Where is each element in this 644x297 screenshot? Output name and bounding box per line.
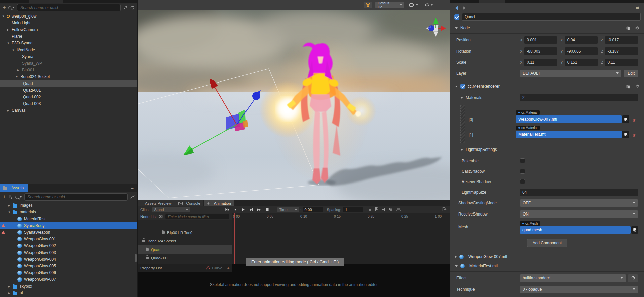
asset-item[interactable]: WeaponGlow-004	[0, 256, 137, 263]
node-name-input[interactable]: Quad	[462, 13, 641, 21]
skip-start-button[interactable]	[224, 207, 230, 212]
paste-component-icon[interactable]	[626, 26, 630, 30]
hierarchy-node[interactable]: Main Light	[0, 20, 137, 26]
scale-z-input[interactable]: 0.11	[605, 59, 638, 66]
animation-timeline[interactable]	[232, 220, 450, 264]
bottom-tab[interactable]: Console	[175, 200, 203, 206]
assets-scrollbar[interactable]	[135, 254, 137, 262]
expand-arrow-icon[interactable]: ▼	[2, 15, 7, 18]
node-settings-gear-icon[interactable]	[635, 26, 639, 30]
add-property-button[interactable]: +	[227, 265, 230, 271]
assets-collapse-icon[interactable]	[130, 195, 135, 199]
receive-shadow-checkbox[interactable]	[520, 179, 525, 184]
history-back-icon[interactable]	[455, 6, 458, 10]
node-filter-input[interactable]	[165, 214, 229, 219]
timeline-playhead[interactable]	[234, 213, 235, 264]
refresh-icon[interactable]	[130, 6, 135, 10]
play-button[interactable]	[240, 207, 247, 212]
effect-locate-icon[interactable]	[628, 274, 638, 282]
collapse-caret-icon[interactable]	[455, 265, 458, 267]
layer-dropdown[interactable]: DEFAULT	[520, 70, 621, 77]
asset-item[interactable]: ▼ materials	[0, 209, 137, 216]
skip-end-button[interactable]	[256, 207, 263, 212]
time-mode-dropdown[interactable]: Time	[277, 207, 299, 212]
material-ref-field[interactable]: MaterialTest.mtl	[516, 131, 622, 138]
position-y-input[interactable]: 0.04	[565, 36, 598, 44]
expand-arrow-icon[interactable]: ▶	[17, 69, 22, 72]
receive-shadow-mode-dropdown[interactable]: ON	[520, 210, 638, 218]
animation-node-row[interactable]: Bip001 R Toe0	[138, 228, 232, 237]
timeline-ruler[interactable]: 0-000-050-100-150-200-251-00	[232, 213, 450, 220]
asset-item[interactable]: MaterialTest	[0, 216, 137, 222]
collapse-caret-icon[interactable]	[455, 86, 458, 87]
hierarchy-node[interactable]: ▶ Bip001	[0, 67, 137, 73]
asset-item[interactable]: ▶ skybox	[0, 283, 137, 290]
spacing-value-field[interactable]: 1	[343, 207, 363, 212]
node-active-checkbox[interactable]	[454, 14, 459, 20]
exit-animation-icon[interactable]	[442, 207, 447, 212]
technique-dropdown[interactable]: 0 - opaque	[520, 286, 638, 293]
hierarchy-node[interactable]: Quad-001	[0, 87, 137, 94]
time-value-field[interactable]: 0-00	[303, 207, 323, 212]
cast-shadow-checkbox[interactable]	[520, 169, 525, 174]
material-ref-field[interactable]: WeaponGlow-007.mtl	[516, 116, 622, 123]
collapse-caret-icon[interactable]	[460, 149, 463, 151]
asset-item[interactable]: ▶ images	[0, 202, 137, 209]
collapse-caret-icon[interactable]	[455, 255, 457, 258]
copy-component-icon[interactable]	[626, 84, 630, 89]
expand-arrow-icon[interactable]: ▶	[7, 109, 12, 112]
hierarchy-node[interactable]: ▼ RootNode	[0, 46, 137, 53]
expand-arrow-icon[interactable]: ▶	[7, 28, 12, 31]
expand-arrow-icon[interactable]: ▼	[7, 42, 12, 45]
expand-arrow-icon[interactable]: ▶	[8, 204, 13, 207]
layer-edit-button[interactable]: Edit	[624, 70, 638, 77]
expand-arrow-icon[interactable]: ▼	[16, 75, 21, 78]
shadow-casting-mode-dropdown[interactable]: OFF	[520, 199, 638, 207]
stop-button[interactable]	[264, 207, 271, 212]
history-forward-icon[interactable]	[463, 6, 466, 10]
delete-material-icon[interactable]	[632, 133, 636, 138]
material-picker-icon[interactable]	[622, 131, 629, 138]
material-picker-icon[interactable]	[622, 116, 629, 123]
step-back-button[interactable]	[232, 207, 238, 212]
hierarchy-node[interactable]: ▼ weapon_glow	[0, 13, 137, 20]
asset-item[interactable]: ▶ ui	[0, 290, 137, 296]
asset-item[interactable]: WeaponGlow-001	[0, 236, 137, 242]
hierarchy-node[interactable]: ▶ FollowCamera	[0, 26, 137, 33]
collapse-all-icon[interactable]	[123, 6, 127, 10]
animation-node-row[interactable]: Quad-001	[138, 254, 232, 262]
collapse-caret-icon[interactable]	[455, 27, 458, 29]
copy-icon[interactable]	[389, 207, 393, 212]
bakeable-checkbox[interactable]	[520, 158, 525, 163]
hierarchy-node[interactable]: ▶ Canvas	[0, 107, 137, 114]
asset-item[interactable]: SyanaWeapon	[0, 229, 137, 236]
device-dropdown[interactable]: Default De...	[375, 2, 404, 8]
hierarchy-node[interactable]: Syana_WP	[0, 60, 137, 67]
assets-add-button[interactable]: +	[3, 195, 6, 199]
drag-handle[interactable]	[461, 105, 465, 143]
hierarchy-search-input[interactable]	[17, 4, 121, 11]
expand-arrow-icon[interactable]: ▼	[12, 48, 17, 52]
assets-search-filter-icon[interactable]	[15, 196, 22, 199]
rotation-z-input[interactable]: -3.187	[605, 47, 638, 55]
bottom-tab[interactable]: Assets Preview	[138, 200, 175, 206]
bottom-tab[interactable]: Animation	[204, 200, 234, 206]
mesh-picker-icon[interactable]	[631, 226, 638, 234]
component-gear-icon[interactable]	[635, 84, 639, 89]
asset-item[interactable]: WeaponGlow-005	[0, 263, 137, 269]
materials-count-field[interactable]: 2	[520, 94, 638, 101]
rotation-y-input[interactable]: -90.065	[565, 47, 598, 55]
hierarchy-node[interactable]: ▼ Bone024 Socket	[0, 73, 137, 80]
mesh-ref-field[interactable]: quad.mesh	[520, 226, 631, 234]
add-component-button[interactable]: Add Component	[527, 239, 568, 247]
collapse-caret-icon[interactable]	[460, 97, 463, 99]
assets-sort-icon[interactable]	[8, 195, 13, 199]
material-asset-weaponglow[interactable]: WeaponGlow-007.mtl	[450, 252, 644, 261]
scale-x-input[interactable]: 0.11	[524, 59, 557, 66]
hierarchy-search-filter-icon[interactable]	[8, 6, 14, 9]
lightmap-size-field[interactable]: 64	[520, 189, 638, 196]
grid-snap-icon[interactable]	[367, 207, 371, 212]
layout-button[interactable]	[438, 2, 446, 8]
hierarchy-add-button[interactable]: +	[3, 5, 6, 10]
asset-item[interactable]: WeaponGlow-006	[0, 269, 137, 276]
